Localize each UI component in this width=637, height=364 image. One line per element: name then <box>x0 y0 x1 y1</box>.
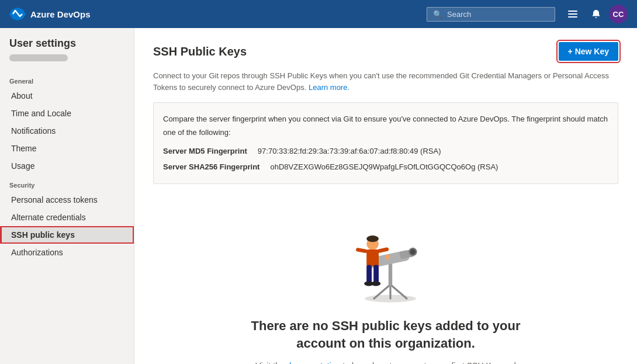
svg-rect-2 <box>568 16 577 18</box>
user-avatar[interactable]: CC <box>609 5 628 23</box>
page-title: SSH Public Keys <box>153 45 247 58</box>
topnav-icons: CC <box>562 4 628 25</box>
search-label: Search <box>447 10 471 19</box>
sidebar-item-notifications[interactable]: Notifications <box>0 122 134 140</box>
sidebar-item-about[interactable]: About <box>0 87 134 105</box>
svg-rect-15 <box>366 249 379 266</box>
fingerprint-sha256-row: Server SHA256 Fingerprint ohD8VZEXGWo6Ez… <box>163 160 608 174</box>
menu-lines-icon <box>568 9 577 19</box>
sidebar-item-about-label: About <box>11 91 33 100</box>
sidebar-item-alt-creds-label: Alternate credentials <box>11 213 86 222</box>
sidebar-section-security: Security <box>0 175 134 191</box>
svg-rect-1 <box>568 13 577 15</box>
learn-more-link[interactable]: Learn more. <box>309 83 349 92</box>
logo-icon <box>9 6 26 22</box>
fingerprint-md5-label: Server MD5 Fingerprint <box>163 147 247 155</box>
fingerprint-sha256-value: ohD8VZEXGWo6Ez8GSEJQ9WpafgLFsOfLOtGGQCQo… <box>271 162 498 171</box>
empty-state-subtitle-pre: Visit the <box>255 361 286 364</box>
sidebar-item-pat-label: Personal access tokens <box>11 195 98 204</box>
app-name: Azure DevOps <box>30 9 91 19</box>
empty-state-title: There are no SSH public keys added to yo… <box>245 317 526 353</box>
sidebar-item-theme[interactable]: Theme <box>0 140 134 157</box>
svg-rect-18 <box>356 247 368 253</box>
search-icon: 🔍 <box>433 10 442 19</box>
app-logo[interactable]: Azure DevOps <box>9 6 91 22</box>
sidebar-item-usage-label: Usage <box>11 161 34 171</box>
svg-rect-0 <box>568 11 577 12</box>
fingerprint-sha256-label: Server SHA256 Fingerprint <box>163 162 259 171</box>
sidebar-user-placeholder <box>9 54 68 61</box>
fingerprint-intro: Compare the server fingerprint when you … <box>163 112 608 140</box>
fingerprint-md5-row: Server MD5 Fingerprint 97:70:33:82:fd:29… <box>163 144 608 158</box>
new-key-button[interactable]: + New Key <box>559 42 618 61</box>
sidebar-item-ssh-label: SSH public keys <box>11 230 75 240</box>
menu-icon-btn[interactable] <box>562 4 583 25</box>
empty-state-subtitle-post: to learn how to generate your first SSH … <box>311 361 516 364</box>
bell-icon <box>591 9 601 19</box>
avatar-initials: CC <box>613 10 624 19</box>
empty-state-subtitle: Visit the documentation to learn how to … <box>245 360 526 364</box>
sidebar-item-authorizations[interactable]: Authorizations <box>0 244 134 261</box>
fingerprint-md5-value: 97:70:33:82:fd:29:3a:73:39:af:6a:07:ad:f… <box>258 147 441 155</box>
sidebar-item-theme-label: Theme <box>11 144 37 153</box>
sidebar-item-personal-access-tokens[interactable]: Personal access tokens <box>0 191 134 209</box>
sidebar-item-usage[interactable]: Usage <box>0 157 134 175</box>
main-layout: User settings General About Time and Loc… <box>0 28 637 364</box>
notification-btn[interactable] <box>586 4 607 25</box>
sidebar-item-ssh-public-keys[interactable]: SSH public keys <box>0 226 134 244</box>
sidebar-item-alternate-credentials[interactable]: Alternate credentials <box>0 209 134 226</box>
documentation-link[interactable]: documentation <box>287 361 341 364</box>
empty-state: There are no SSH public keys added to yo… <box>153 198 618 364</box>
sidebar-section-general: General <box>0 71 134 87</box>
svg-rect-20 <box>373 265 379 283</box>
fingerprint-box: Compare the server fingerprint when you … <box>153 102 618 184</box>
sidebar-item-authorizations-label: Authorizations <box>11 248 63 257</box>
svg-rect-19 <box>366 265 372 283</box>
sidebar: User settings General About Time and Loc… <box>0 28 134 364</box>
main-content: SSH Public Keys + New Key Connect to you… <box>134 28 637 364</box>
sidebar-title: User settings <box>0 37 134 54</box>
sidebar-item-time-locale[interactable]: Time and Locale <box>0 105 134 122</box>
page-header: SSH Public Keys + New Key <box>153 42 618 61</box>
svg-point-14 <box>366 235 379 242</box>
telescope-illustration <box>339 212 432 306</box>
info-text-content: Connect to your Git repos through SSH Pu… <box>153 71 609 92</box>
info-text: Connect to your Git repos through SSH Pu… <box>153 70 618 93</box>
sidebar-item-time-locale-label: Time and Locale <box>11 109 71 118</box>
svg-rect-16 <box>377 247 389 252</box>
svg-point-17 <box>385 254 390 259</box>
search-box[interactable]: 🔍 Search <box>427 7 555 22</box>
svg-point-22 <box>371 281 380 286</box>
sidebar-item-notifications-label: Notifications <box>11 126 56 136</box>
top-navigation: Azure DevOps 🔍 Search CC <box>0 0 637 28</box>
